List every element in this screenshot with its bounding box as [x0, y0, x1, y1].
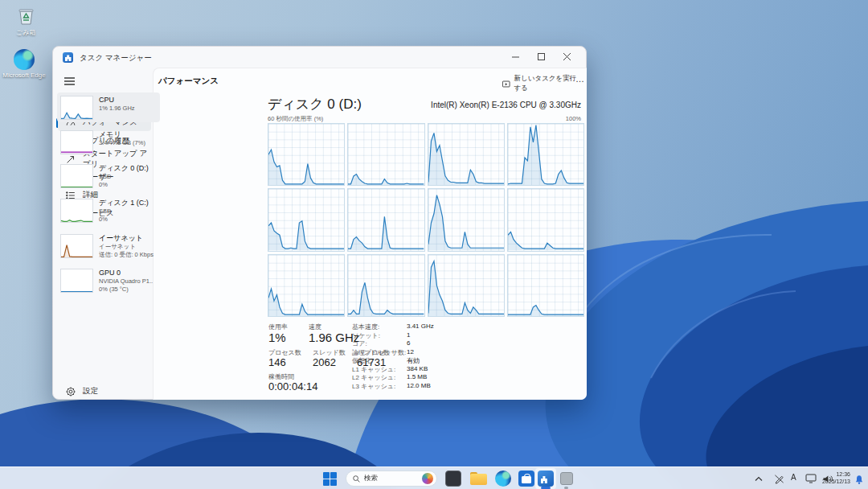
settings-gear-icon [65, 386, 76, 397]
taskbar: 検索 A [0, 466, 868, 489]
l2-cache-label: L2 キャッシュ: [352, 373, 395, 382]
more-options-button[interactable]: … [570, 73, 590, 84]
tray-pen-button[interactable] [770, 468, 788, 489]
notification-bell-button[interactable] [854, 474, 864, 488]
pen-icon [774, 474, 784, 484]
search-highlights-icon [422, 473, 433, 484]
detail-title: ディスク 0 (D:) [268, 95, 362, 113]
cpu-core-graph [268, 188, 345, 251]
small-app-icon [560, 472, 573, 485]
utilization-value: 1% [268, 331, 286, 344]
page-title: パフォーマンス [158, 76, 219, 87]
l2-cache-value: 1.5 MB [407, 373, 427, 380]
cpu-core-graph [428, 123, 505, 186]
perf-item-cpu[interactable]: CPU 1% 1.96 GHz [57, 92, 160, 122]
virtualization-value: 有効 [407, 356, 420, 365]
processes-value: 146 [268, 356, 286, 368]
cpu-core-graph [268, 123, 345, 186]
perf-item-memory[interactable]: メモリ 3.4/47.8 GB (7%) [57, 127, 160, 157]
minimize-button[interactable] [504, 49, 528, 65]
dark-app-icon [445, 471, 461, 487]
threads-value: 2062 [313, 356, 336, 368]
ime-mode-indicator[interactable]: A [791, 473, 796, 482]
gpu-sparkline [60, 269, 93, 293]
taskbar-app-dark[interactable] [443, 468, 464, 489]
cpu-core-graph [507, 188, 584, 251]
search-icon [353, 475, 360, 483]
perf-item-disk0[interactable]: ディスク 0 (D:) SSD 0% [57, 161, 160, 191]
perf-item-disk1[interactable]: ディスク 1 (C:) SSD 0% [57, 195, 160, 225]
task-manager-window: タスク マネージャー プロセス パフォーマンス アプリの履歴 [52, 46, 587, 400]
edge-icon [14, 48, 35, 70]
search-placeholder: 検索 [364, 474, 378, 483]
disk1-sparkline [60, 199, 93, 223]
cores-value: 6 [407, 339, 410, 347]
sockets-value: 1 [407, 331, 410, 339]
cpu-core-graph [428, 188, 505, 251]
sockets-label: ソケット: [352, 331, 380, 340]
recycle-bin-label: ごみ箱 [3, 28, 48, 37]
window-title: タスク マネージャー [80, 53, 152, 64]
ethernet-sparkline [60, 234, 93, 258]
cpu-core-graph [347, 188, 424, 251]
tray-display-button[interactable] [802, 468, 820, 489]
cores-label: コア: [352, 339, 367, 348]
base-speed-label: 基本速度: [352, 323, 379, 331]
memory-sparkline [60, 130, 93, 154]
edge-button[interactable] [493, 468, 514, 489]
close-button[interactable] [555, 49, 579, 65]
graph-axis-label: 60 秒間の使用率 (%) [268, 115, 323, 123]
edge-shortcut[interactable]: Microsoft Edge [2, 48, 47, 79]
recycle-bin-shortcut[interactable]: ごみ箱 [3, 5, 48, 37]
logical-processors-value: 12 [407, 348, 414, 355]
cpu-core-graph [428, 254, 505, 317]
cpu-core-graph [347, 123, 424, 186]
uptime-value: 0:00:04:14 [268, 380, 317, 392]
task-manager-icon [538, 471, 554, 487]
cpu-sparkline [60, 96, 93, 120]
tray-date: 2025/12/13 [822, 479, 850, 486]
chevron-up-icon [755, 476, 763, 482]
edge-icon [495, 471, 511, 487]
perf-item-gpu[interactable]: GPU 0 NVIDIA Quadro P1.. 0% (35 °C) [57, 265, 160, 295]
display-icon [805, 474, 817, 483]
perf-item-ethernet[interactable]: イーサネット イーサネット 送信: 0 受信: 0 Kbps [57, 231, 160, 261]
start-button[interactable] [319, 468, 340, 489]
desktop: ごみ箱 Microsoft Edge タスク マネージャー [0, 0, 868, 489]
clock[interactable]: 12:36 2025/12/13 [822, 471, 850, 485]
cpu-core-graph [268, 254, 345, 317]
l1-cache-value: 384 KB [407, 365, 428, 372]
tray-chevron-button[interactable] [751, 468, 767, 489]
cpu-core-graph [347, 254, 424, 317]
logical-processor-grid [268, 123, 584, 317]
edge-label: Microsoft Edge [2, 72, 47, 79]
cpu-core-graph [507, 123, 584, 186]
sidebar-item-settings[interactable]: 設定 [58, 383, 151, 400]
cpu-core-graph [507, 254, 584, 317]
disk0-sparkline [60, 164, 93, 188]
store-icon [518, 471, 534, 487]
l3-cache-label: L3 キャッシュ: [352, 382, 395, 391]
windows-logo-icon [323, 472, 337, 486]
file-explorer-icon [470, 472, 487, 485]
store-button[interactable] [516, 468, 537, 489]
logical-processors-label: 論理プロセッサ数: [352, 348, 406, 357]
tray-time: 12:36 [822, 471, 850, 479]
task-manager-logo-icon [63, 52, 73, 63]
l3-cache-value: 12.0 MB [407, 382, 431, 389]
cpu-model-name: Intel(R) Xeon(R) E-2136 CPU @ 3.30GHz [431, 101, 581, 109]
virtualization-label: 仮想化: [352, 356, 373, 365]
l1-cache-label: L1 キャッシュ: [352, 365, 395, 374]
notification-bell-icon [854, 475, 864, 485]
run-new-task-icon [502, 80, 510, 88]
recycle-bin-icon [15, 5, 37, 27]
base-speed-value: 3.41 GHz [407, 323, 434, 330]
search-box[interactable]: 検索 [346, 471, 437, 487]
maximize-button[interactable] [530, 49, 554, 65]
file-explorer-button[interactable] [468, 468, 489, 489]
menu-toggle-icon[interactable] [63, 75, 76, 89]
graph-max-label: 100% [566, 115, 581, 122]
